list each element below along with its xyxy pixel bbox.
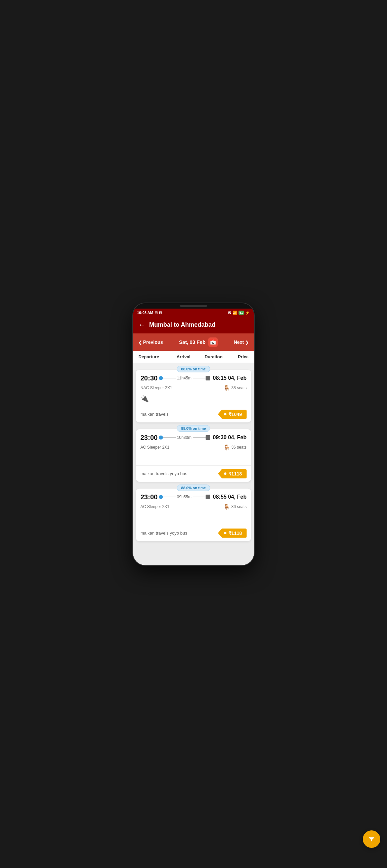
bus-info-1: NAC Sleeper 2X1 🪑 38 seats xyxy=(141,385,246,391)
plug-icon-1: 🔌 xyxy=(141,395,149,403)
price-row-1: malkan travels ₹1049 xyxy=(141,406,246,423)
duration-header: Duration xyxy=(199,354,229,359)
time-display: 10:08 AM xyxy=(137,311,153,315)
screen: 10:08 AM ⊟ ⊟ ⊠ 📶 51 ⚡ ← Mumbai to Ahmeda… xyxy=(133,309,254,565)
dep-time-1: 20:30 xyxy=(141,374,159,382)
line-left-1 xyxy=(163,378,176,378)
bus-card-wrapper-3: 88.0% on time 23:00 09h55m 08:55 04, Feb… xyxy=(136,489,251,541)
x-icon: ⊠ xyxy=(228,311,231,315)
status-bar: 10:08 AM ⊟ ⊟ ⊠ 📶 51 ⚡ xyxy=(133,309,254,317)
sim-icon2: ⊟ xyxy=(159,311,162,315)
line-right-1 xyxy=(193,378,206,378)
seats-count-2: 36 seats xyxy=(232,445,246,450)
dep-time-3: 23:00 xyxy=(141,493,159,501)
back-button[interactable]: ← xyxy=(139,321,145,329)
sim-icon1: ⊟ xyxy=(154,311,157,315)
previous-label: Previous xyxy=(143,339,163,345)
line-left-2 xyxy=(163,437,176,438)
seats-count-1: 38 seats xyxy=(232,385,246,390)
seat-icon-1: 🪑 xyxy=(224,385,230,391)
time-row-3: 23:00 09h55m 08:55 04, Feb xyxy=(141,493,246,501)
operator-3: malkan travels yoyo bus xyxy=(141,530,187,535)
page-title: Mumbai to Ahmedabad xyxy=(149,321,215,329)
bus-info-2: AC Sleeper 2X1 🪑 36 seats xyxy=(141,444,246,451)
calendar-icon[interactable]: 📅 xyxy=(208,338,218,347)
current-date: Sat, 03 Feb 📅 xyxy=(179,338,218,347)
seat-icon-3: 🪑 xyxy=(224,504,230,510)
arr-dot-1 xyxy=(206,376,210,380)
battery-indicator: 51 xyxy=(239,311,244,315)
dep-time-2: 23:00 xyxy=(141,434,159,441)
bus-card-wrapper-1: 88.0% on time 20:30 11h45m 08:15 04, Feb… xyxy=(136,370,251,423)
price-tag-2[interactable]: ₹1118 xyxy=(218,469,246,478)
bus-card-wrapper-2: 88.0% on time 23:00 10h30m 09:30 04, Feb… xyxy=(136,429,251,482)
amenities-1: 🔌 xyxy=(141,394,246,403)
bus-info-3: AC Sleeper 2X1 🪑 36 seats xyxy=(141,504,246,510)
dep-dot-2 xyxy=(159,435,163,439)
price-2: ₹1118 xyxy=(229,471,242,476)
operator-2: malkan travels yoyo bus xyxy=(141,471,187,476)
notch xyxy=(180,305,207,307)
bus-type-2: AC Sleeper 2X1 xyxy=(141,445,169,450)
date-text: Sat, 03 Feb xyxy=(179,339,206,345)
bus-type-3: AC Sleeper 2X1 xyxy=(141,504,169,509)
arr-dot-3 xyxy=(206,495,210,499)
seats-2: 🪑 36 seats xyxy=(224,444,246,451)
bus-list: 88.0% on time 20:30 11h45m 08:15 04, Feb… xyxy=(133,370,254,565)
status-right: ⊠ 📶 51 ⚡ xyxy=(228,311,250,315)
price-tag-1[interactable]: ₹1049 xyxy=(218,410,246,419)
line-right-2 xyxy=(193,437,206,438)
dep-dot-1 xyxy=(159,376,163,380)
charging-icon: ⚡ xyxy=(245,311,250,315)
arr-time-1: 08:15 04, Feb xyxy=(213,375,247,381)
price-dot-1 xyxy=(224,413,227,415)
wifi-icon: 📶 xyxy=(233,311,237,315)
previous-date-button[interactable]: Previous xyxy=(139,339,163,345)
bus-card-2[interactable]: 23:00 10h30m 09:30 04, Feb AC Sleeper 2X… xyxy=(136,429,251,482)
line-right-3 xyxy=(193,497,206,497)
chevron-left-icon xyxy=(139,339,142,345)
time-row-1: 20:30 11h45m 08:15 04, Feb xyxy=(141,374,246,382)
next-label: Next xyxy=(234,339,244,345)
arr-dot-2 xyxy=(206,435,210,440)
bus-type-1: NAC Sleeper 2X1 xyxy=(141,385,172,390)
amenities-2 xyxy=(141,453,246,463)
phone-frame: 10:08 AM ⊟ ⊟ ⊠ 📶 51 ⚡ ← Mumbai to Ahmeda… xyxy=(133,303,254,565)
next-date-button[interactable]: Next xyxy=(234,339,248,345)
seats-3: 🪑 36 seats xyxy=(224,504,246,510)
price-row-3: malkan travels yoyo bus ₹1118 xyxy=(141,525,246,541)
operator-1: malkan travels xyxy=(141,412,169,417)
seats-1: 🪑 38 seats xyxy=(224,385,246,391)
date-navigation: Previous Sat, 03 Feb 📅 Next xyxy=(133,334,254,351)
price-row-2: malkan travels yoyo bus ₹1118 xyxy=(141,466,246,482)
price-header: Price xyxy=(229,354,248,359)
on-time-badge-1: 88.0% on time xyxy=(177,366,210,372)
arr-time-3: 08:55 04, Feb xyxy=(213,494,247,500)
line-left-3 xyxy=(163,497,176,497)
price-1: ₹1049 xyxy=(229,412,242,417)
duration-1: 11h45m xyxy=(176,376,193,380)
duration-2: 10h30m xyxy=(176,435,193,440)
app-header: ← Mumbai to Ahmedabad xyxy=(133,317,254,334)
status-left: 10:08 AM ⊟ ⊟ xyxy=(137,311,162,315)
column-headers: Departure Arrival Duration Price xyxy=(133,351,254,363)
time-row-2: 23:00 10h30m 09:30 04, Feb xyxy=(141,434,246,441)
amenities-3 xyxy=(141,513,246,522)
bus-card-3[interactable]: 23:00 09h55m 08:55 04, Feb AC Sleeper 2X… xyxy=(136,489,251,541)
bus-card-1[interactable]: 20:30 11h45m 08:15 04, Feb NAC Sleeper 2… xyxy=(136,370,251,423)
departure-header: Departure xyxy=(139,354,168,359)
on-time-badge-3: 88.0% on time xyxy=(177,485,210,491)
chevron-right-icon xyxy=(245,339,248,345)
arr-time-2: 09:30 04, Feb xyxy=(213,434,247,440)
price-dot-3 xyxy=(224,532,227,534)
price-tag-3[interactable]: ₹1118 xyxy=(218,529,246,538)
seat-icon-2: 🪑 xyxy=(224,444,230,451)
price-dot-2 xyxy=(224,472,227,475)
price-3: ₹1118 xyxy=(229,530,242,536)
arrival-header: Arrival xyxy=(168,354,198,359)
on-time-badge-2: 88.0% on time xyxy=(177,425,210,432)
dep-dot-3 xyxy=(159,495,163,499)
notch-area xyxy=(133,303,254,309)
duration-3: 09h55m xyxy=(176,495,193,499)
seats-count-3: 36 seats xyxy=(232,504,246,509)
